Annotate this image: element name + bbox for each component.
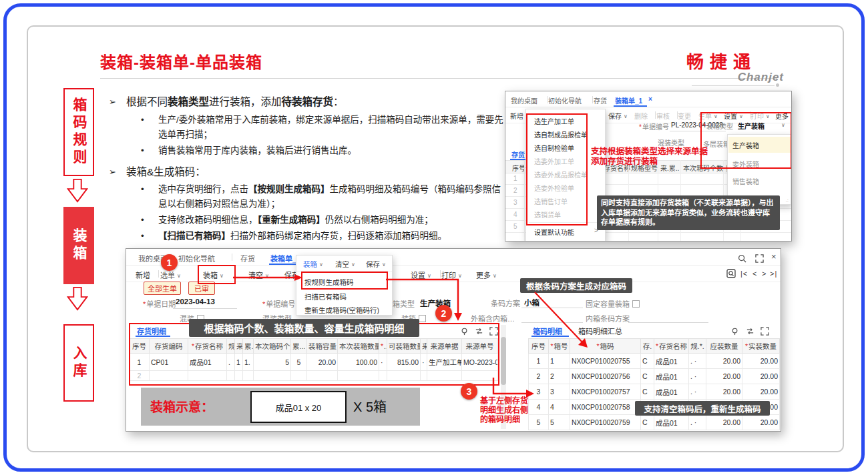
table-row[interactable]: 2	[130, 371, 498, 381]
new-button[interactable]: 新增	[136, 270, 150, 280]
cell: 成品01	[654, 384, 689, 400]
tab-inventory-detail[interactable]: 存货明细	[137, 326, 166, 336]
cell: C	[641, 415, 654, 430]
menu-item-scan-existing[interactable]: 扫描已有箱码	[304, 292, 347, 302]
box-type-value[interactable]: 生产装箱	[738, 121, 765, 131]
menu-item[interactable]: 选委外成品报检单	[534, 169, 588, 179]
step-circle-1: 1	[161, 254, 178, 271]
menu-item[interactable]: 选委外加工单	[534, 156, 574, 166]
tab-init-nav[interactable]: 初始化导航	[178, 253, 215, 264]
expand-icon[interactable]	[761, 327, 769, 336]
menu-item[interactable]: 选生产加工单	[534, 116, 574, 126]
tab-boxcode-detail[interactable]: 箱码明细	[533, 326, 562, 336]
search-icon[interactable]	[738, 254, 746, 263]
location-pin-icon[interactable]	[460, 327, 469, 336]
table-row[interactable]: 3 3 NX0CP010020757 C 成品01 . · 20.00 20.0…	[529, 384, 780, 400]
badge-all-generated[interactable]: 全部生单	[144, 282, 181, 295]
settings-button[interactable]: 设置∨	[724, 111, 743, 121]
menu-item-regenerate[interactable]: 重新生成箱码(空箱码行)	[304, 305, 379, 315]
cell: 成品01	[654, 354, 689, 369]
checkbox[interactable]	[632, 300, 640, 308]
transfer-icon[interactable]	[746, 327, 754, 336]
menu-item[interactable]: 选委外检验单	[534, 183, 574, 193]
pick-order-button[interactable]: 选单∨	[160, 270, 181, 280]
tab-close-icon[interactable]: ×	[648, 95, 652, 103]
row-number: 3	[513, 199, 517, 206]
settings-button[interactable]: 设置∨	[411, 270, 431, 280]
barcode-plan-value[interactable]: 小箱	[524, 297, 539, 308]
toolbar-separator	[655, 111, 656, 119]
date-value[interactable]: 2023-04-13	[176, 298, 215, 306]
checkbox[interactable]	[419, 315, 426, 322]
tab-boxcode-summary[interactable]: 箱码明细汇总	[578, 326, 622, 336]
cell: 1	[529, 354, 549, 369]
menu-item-default-settings[interactable]: 设置默认功能	[534, 227, 574, 237]
print-button[interactable]: 打印∨	[750, 111, 770, 121]
table-row[interactable]: 5 5 NX0CP010020759 C 成品01 . · 20.00 20.0…	[529, 415, 780, 430]
flow-step-box-inbound: 入库	[63, 324, 94, 402]
menu-item[interactable]: 选销售订单	[534, 196, 568, 206]
menu-divider	[529, 222, 602, 223]
generate-button[interactable]: 生单∨	[698, 111, 718, 121]
tab-inventory[interactable]: 存货	[594, 95, 607, 105]
location-pin-icon[interactable]	[730, 327, 739, 336]
dropdown-option-outsource[interactable]: 委外装箱	[732, 159, 759, 169]
badge-audited[interactable]: 已审	[188, 282, 215, 295]
tab-inventory[interactable]: 存货	[240, 253, 255, 264]
step-circle-2: 2	[435, 305, 452, 322]
change-button[interactable]: 变更	[678, 111, 691, 121]
clear-button[interactable]: 清空∨	[248, 270, 269, 280]
row-number: 2	[513, 187, 517, 194]
menu-item[interactable]: 选自制检验单	[534, 143, 574, 153]
pack-button[interactable]: 装箱∨	[303, 259, 323, 269]
menu-item-generate-by-rule[interactable]: 按规则生成箱码	[304, 277, 354, 287]
cell: . ·	[689, 384, 706, 400]
grid-line	[524, 160, 525, 241]
menu-item[interactable]: 选自制成品报检单	[534, 129, 588, 139]
tab-separator	[232, 254, 232, 261]
tab-my-desktop[interactable]: 我的桌面	[511, 95, 537, 105]
dot-bullet-icon: •	[138, 213, 158, 227]
cell: . ·	[689, 354, 706, 369]
row-number: 5	[513, 223, 517, 230]
cell: 生产加工单	[427, 354, 462, 371]
cell: NX0CP010020755	[570, 354, 641, 369]
chevron-down-icon[interactable]: ∨	[781, 122, 785, 128]
bullet-text: 根据不同装箱类型进行装箱，添加待装箱存货：	[126, 94, 344, 109]
dropdown-option-sales[interactable]: 销售装箱	[732, 176, 759, 186]
header-cell: *..	[379, 339, 387, 354]
boxcode-detail-table: 序号 *箱号 *箱码 存. *存货名称 规.*. 应装数量 *实装数量 1 1 …	[528, 338, 780, 430]
expand-icon[interactable]	[489, 327, 498, 336]
pack-button[interactable]: 装箱∨	[203, 270, 224, 280]
header-cell: 本次装箱数量	[338, 339, 379, 354]
cell: 20.00	[307, 354, 338, 371]
header-cell: 规.*.	[689, 339, 706, 354]
print-button[interactable]: 打印∨	[441, 270, 462, 280]
new-button[interactable]: 新增	[510, 111, 523, 121]
tab-init-nav[interactable]: 初始化导航	[548, 95, 582, 105]
header-cell: 应装数量	[706, 339, 742, 354]
more-button[interactable]: 更多∨	[775, 111, 792, 121]
delete-button[interactable]: 删除	[634, 111, 648, 121]
clear-button[interactable]: 清空∨	[335, 259, 355, 269]
tab-packing-list[interactable]: 装箱单_1	[615, 95, 642, 105]
table-row[interactable]: 2 2 NX0CP010020756 C 成品01 . · 20.00 20.0…	[529, 369, 780, 384]
tab-inventory-detail[interactable]: 存货	[511, 149, 525, 159]
more-button[interactable]: 更多∨	[476, 270, 497, 280]
audit-button[interactable]: 审核	[656, 111, 670, 121]
toolbar-separator	[440, 270, 441, 278]
save-button[interactable]: 保存∨	[366, 259, 386, 269]
resize-handle-icon[interactable]: .:	[786, 197, 789, 203]
transfer-icon[interactable]	[475, 327, 483, 336]
close-icon[interactable]: ×	[771, 252, 777, 262]
save-button[interactable]: 保存∨	[608, 111, 628, 121]
table-row[interactable]: 1 1 NX0CP010020755 C 成品01 . · 20.00 20.0…	[529, 354, 780, 369]
bullet-item: ➢ 装箱&生成箱码：	[109, 164, 504, 179]
pick-order-menu: 选生产加工单 选自制成品报检单 选自制检验单 选委外加工单 选委外成品报检单 选…	[525, 109, 606, 242]
dropdown-option-production[interactable]: 生产装箱	[728, 137, 792, 153]
menu-item[interactable]: 选销货单	[534, 209, 561, 219]
scrollbar-thumb[interactable]	[501, 337, 506, 385]
fullscreen-icon[interactable]	[755, 254, 764, 263]
table-row[interactable]: 1 CP01 成品01 . 1 1. 5 5 20.00 100.00 · 81…	[130, 354, 498, 371]
header-cell: 来源单据	[427, 339, 462, 354]
